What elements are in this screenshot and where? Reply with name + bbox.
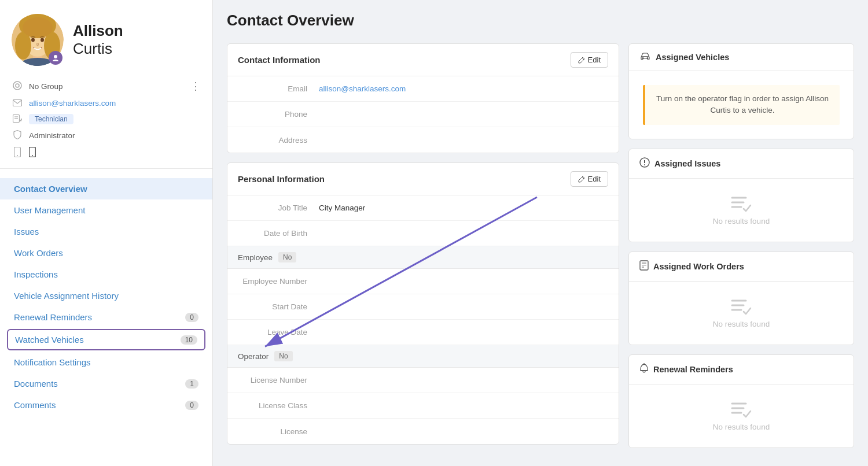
role-row: Technician: [12, 114, 201, 124]
contact-info-card: Contact Information Edit Email allison@s…: [227, 43, 619, 153]
nav-watched-vehicles[interactable]: Watched Vehicles 10: [7, 329, 205, 350]
assigned-issues-card: Assigned Issues No results found: [628, 149, 854, 242]
svg-point-10: [54, 55, 57, 58]
employee-number-label: Employee Number: [238, 277, 319, 286]
renewal-reminders-header: Renewal Reminders: [629, 355, 854, 384]
nav-work-orders[interactable]: Work Orders: [0, 242, 212, 264]
job-title-label: Job Title: [238, 204, 319, 212]
first-name: Allison: [73, 22, 123, 40]
svg-point-25: [642, 57, 644, 59]
more-options-button[interactable]: ⋮: [190, 80, 201, 93]
assigned-vehicles-title: Assigned Vehicles: [656, 53, 729, 62]
contact-info-title: Contact Information: [238, 55, 321, 65]
operator-section-row: Operator No: [227, 345, 619, 368]
email-field-label: Email: [238, 84, 319, 93]
no-results-text-3: No results found: [713, 423, 770, 431]
tag-icon: [12, 114, 23, 124]
watched-vehicles-badge: 10: [181, 335, 197, 345]
assigned-work-orders-title: Assigned Work Orders: [653, 262, 744, 271]
phone-icon: [12, 147, 23, 159]
operator-section-label: Operator: [238, 352, 269, 361]
employee-number-row: Employee Number: [227, 269, 619, 294]
leave-date-row: Leave Date: [227, 320, 619, 345]
email-field-row: Email allison@sharklasers.com: [227, 76, 619, 102]
nav-issues[interactable]: Issues: [0, 221, 212, 242]
issue-icon: [639, 157, 650, 170]
bell-icon: [639, 363, 649, 376]
no-results-text: No results found: [713, 217, 770, 225]
contact-info-edit-button[interactable]: Edit: [571, 52, 608, 68]
operator-toggle[interactable]: No: [274, 351, 292, 361]
renewal-reminders-body: No results found: [629, 384, 854, 447]
access-value: Administrator: [29, 131, 75, 140]
assigned-vehicles-warning: Turn on the operator flag in order to as…: [643, 85, 840, 125]
license-label: License: [238, 427, 319, 436]
email-icon: [12, 98, 23, 108]
assigned-work-orders-header: Assigned Work Orders: [629, 252, 854, 282]
address-field-label: Address: [238, 136, 319, 145]
shield-icon: [12, 130, 23, 141]
group-value: No Group: [29, 82, 63, 91]
no-results-icon: [731, 195, 752, 212]
svg-point-7: [31, 38, 35, 42]
personal-info-card: Personal Information Edit Job Title City…: [227, 162, 619, 445]
nav-inspections[interactable]: Inspections: [0, 264, 212, 285]
assigned-work-orders-card: Assigned Work Orders No results found: [628, 252, 854, 345]
employee-toggle[interactable]: No: [278, 252, 296, 262]
main-content: Contact Information Edit Email allison@s…: [213, 29, 868, 466]
sidebar-nav: Contact Overview User Management Issues …: [0, 173, 212, 420]
dob-label: Date of Birth: [238, 229, 319, 238]
access-row: Administrator: [12, 130, 201, 141]
start-date-row: Start Date: [227, 294, 619, 320]
phone-field-row: Phone: [227, 102, 619, 127]
renewal-reminders-badge: 0: [185, 313, 198, 322]
workorder-icon: [639, 260, 649, 273]
contact-info-header: Contact Information Edit: [227, 44, 619, 76]
assigned-vehicles-body: Turn on the operator flag in order to as…: [629, 71, 854, 139]
email-value[interactable]: allison@sharklasers.com: [29, 99, 116, 108]
profile-meta: No Group ⋮ allison@sharklasers.com Techn…: [0, 75, 212, 164]
nav-renewal-reminders[interactable]: Renewal Reminders 0: [0, 306, 212, 328]
personal-info-header: Personal Information Edit: [227, 163, 619, 195]
documents-badge: 1: [185, 379, 198, 389]
center-column: Contact Information Edit Email allison@s…: [227, 43, 619, 466]
license-class-label: License Class: [238, 401, 319, 410]
address-field-row: Address: [227, 127, 619, 153]
last-name: Curtis: [73, 40, 123, 58]
assigned-issues-header: Assigned Issues: [629, 149, 854, 179]
nav-user-management[interactable]: User Management: [0, 199, 212, 221]
job-title-row: Job Title City Manager: [227, 195, 619, 221]
dob-row: Date of Birth: [227, 221, 619, 246]
sidebar: Allison Curtis No Group ⋮ allison@sharkl…: [0, 0, 213, 466]
email-field-value[interactable]: allison@sharklasers.com: [319, 84, 406, 93]
job-title-value: City Manager: [319, 204, 365, 212]
avatar-badge: [49, 51, 62, 65]
comments-badge: 0: [185, 401, 198, 410]
phone-field-label: Phone: [238, 110, 319, 119]
no-results-icon-2: [731, 298, 752, 315]
assigned-issues-title: Assigned Issues: [654, 159, 720, 168]
nav-notification-settings[interactable]: Notification Settings: [0, 352, 212, 373]
svg-point-12: [16, 84, 19, 87]
phone-device-icon: [29, 147, 36, 159]
license-number-label: License Number: [238, 376, 319, 384]
nav-contact-overview[interactable]: Contact Overview: [0, 178, 212, 199]
assigned-vehicles-card: Assigned Vehicles Turn on the operator f…: [628, 43, 854, 139]
right-column: Assigned Vehicles Turn on the operator f…: [628, 43, 854, 466]
license-row: License: [227, 419, 619, 444]
nav-comments[interactable]: Comments 0: [0, 394, 212, 416]
renewal-reminders-title: Renewal Reminders: [653, 365, 733, 374]
svg-point-26: [647, 57, 649, 59]
renewal-reminders-card: Renewal Reminders No results found: [628, 354, 854, 448]
personal-info-edit-button[interactable]: Edit: [571, 171, 608, 187]
no-results-text-2: No results found: [713, 320, 770, 328]
nav-vehicle-assignment-history[interactable]: Vehicle Assignment History: [0, 285, 212, 306]
leave-date-label: Leave Date: [238, 328, 319, 336]
no-results-icon-3: [731, 401, 752, 418]
page-title: Contact Overview: [213, 0, 868, 29]
main-wrapper: Contact Overview Contact Information Edi…: [213, 0, 868, 466]
assigned-vehicles-header: Assigned Vehicles: [629, 44, 854, 71]
nav-documents[interactable]: Documents 1: [0, 373, 212, 394]
phone-row: [12, 147, 201, 159]
group-row: No Group ⋮: [12, 80, 201, 93]
